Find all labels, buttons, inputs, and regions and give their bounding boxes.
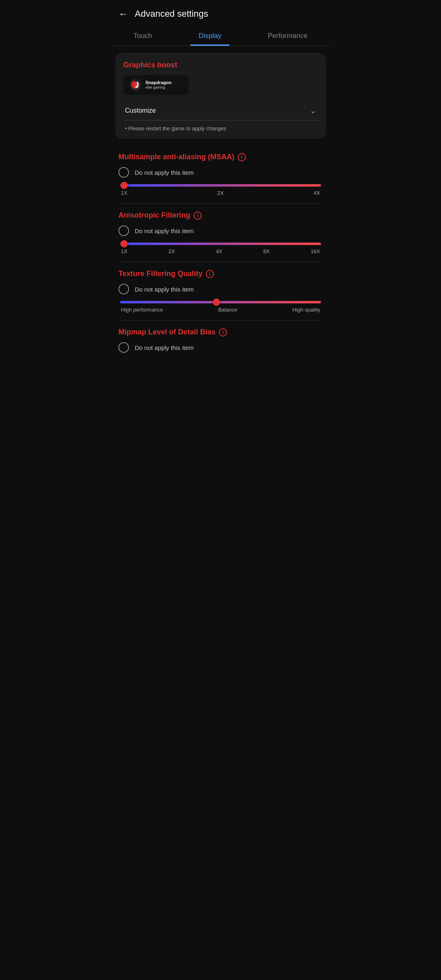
- msaa-radio-label: Do not apply this item: [135, 169, 194, 176]
- anisotropic-radio-row: Do not apply this item: [118, 225, 323, 236]
- texture-filtering-title: Texture Filtering Quality i: [118, 270, 323, 278]
- texture-filtering-section: Texture Filtering Quality i Do not apply…: [110, 262, 331, 320]
- texture-filtering-slider-track[interactable]: [120, 301, 321, 303]
- tab-bar: Touch Display Performance: [110, 24, 331, 46]
- snapdragon-badge: Snapdragon elite gaming: [123, 75, 189, 95]
- anisotropic-slider-track[interactable]: [120, 243, 321, 245]
- anisotropic-slider-thumb[interactable]: [120, 240, 128, 247]
- texture-filtering-radio-row: Do not apply this item: [118, 284, 323, 294]
- snapdragon-logo-icon: [129, 78, 142, 91]
- mipmap-radio-row: Do not apply this item: [118, 342, 323, 353]
- mipmap-title: Mipmap Level of Detail Bias i: [118, 328, 323, 336]
- mipmap-radio[interactable]: [118, 342, 129, 353]
- texture-filtering-slider-labels: High performance Balance High quality: [120, 307, 321, 313]
- msaa-radio[interactable]: [118, 167, 129, 178]
- texture-filtering-radio-label: Do not apply this item: [135, 286, 194, 293]
- header: ← Advanced settings: [110, 0, 331, 24]
- anisotropic-info-icon[interactable]: i: [194, 212, 202, 220]
- mipmap-info-icon[interactable]: i: [219, 328, 227, 336]
- tab-touch[interactable]: Touch: [125, 28, 160, 46]
- back-button[interactable]: ←: [118, 8, 128, 20]
- msaa-slider-thumb[interactable]: [120, 182, 128, 189]
- msaa-section: Multisample anti-aliasing (MSAA) i Do no…: [110, 145, 331, 203]
- graphics-boost-card: Graphics boost Snapdragon elite gaming C…: [115, 53, 326, 139]
- texture-filtering-slider-container: High performance Balance High quality: [118, 301, 323, 313]
- chevron-down-icon: ⌄: [310, 106, 316, 115]
- texture-filtering-info-icon[interactable]: i: [206, 270, 214, 278]
- anisotropic-section: Anisotropic Filtering i Do not apply thi…: [110, 204, 331, 262]
- tab-display[interactable]: Display: [190, 28, 229, 46]
- texture-filtering-slider-thumb[interactable]: [213, 298, 220, 306]
- customize-label: Customize: [125, 107, 156, 114]
- anisotropic-radio-label: Do not apply this item: [135, 227, 194, 234]
- anisotropic-track-bg: [120, 243, 321, 245]
- msaa-info-icon[interactable]: i: [238, 153, 246, 161]
- texture-filtering-radio[interactable]: [118, 284, 129, 294]
- snapdragon-text: Snapdragon elite gaming: [145, 80, 172, 90]
- anisotropic-slider-container: 1X 2X 4X 8X 16X: [118, 243, 323, 254]
- msaa-title: Multisample anti-aliasing (MSAA) i: [118, 153, 323, 161]
- msaa-slider-track[interactable]: [120, 184, 321, 187]
- msaa-track-bg: [120, 184, 321, 187]
- tab-performance[interactable]: Performance: [260, 28, 316, 46]
- msaa-slider-container: 1X 2X 4X: [118, 184, 323, 196]
- anisotropic-radio[interactable]: [118, 225, 129, 236]
- msaa-slider-labels: 1X 2X 4X: [120, 190, 321, 196]
- tab-divider: [110, 46, 331, 46]
- anisotropic-slider-labels: 1X 2X 4X 8X 16X: [120, 248, 321, 254]
- graphics-boost-title: Graphics boost: [123, 61, 318, 69]
- mipmap-radio-label: Do not apply this item: [135, 344, 194, 351]
- msaa-radio-row: Do not apply this item: [118, 167, 323, 178]
- texture-filtering-track-bg: [120, 301, 321, 303]
- mipmap-section: Mipmap Level of Detail Bias i Do not app…: [110, 321, 331, 363]
- customize-dropdown[interactable]: Customize ⌄: [123, 102, 318, 120]
- page-title: Advanced settings: [135, 9, 208, 19]
- restart-note: Please restart the game to apply changes: [123, 125, 318, 131]
- anisotropic-title: Anisotropic Filtering i: [118, 211, 323, 220]
